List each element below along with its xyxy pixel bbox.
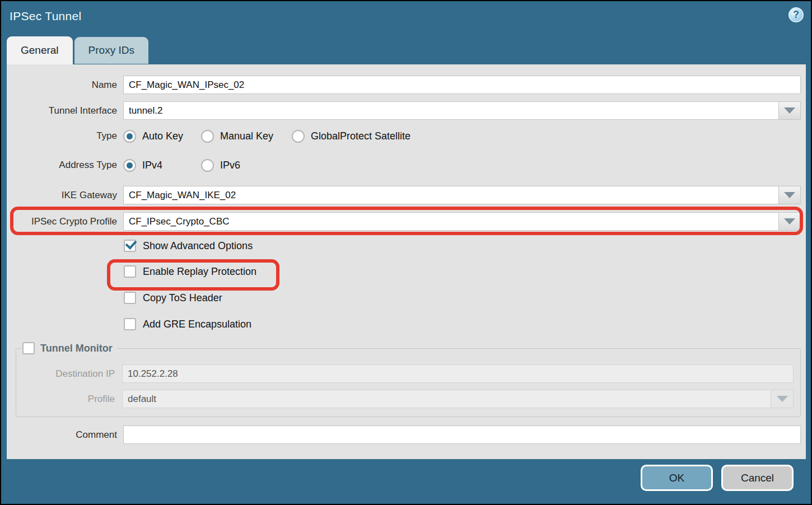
chevron-down-icon [784,107,795,114]
comment-row: Comment [7,425,801,444]
comment-label: Comment [7,429,117,441]
copy-tos-header-label: Copy ToS Header [143,292,222,304]
ipsec-crypto-profile-dropdown[interactable]: CF_IPsec_Crypto_CBC [123,212,801,231]
profile-row: Profile default [16,390,794,408]
name-label: Name [7,80,117,91]
tunnel-interface-label: Tunnel Interface [7,105,117,116]
dialog-footer: OK Cancel [1,457,811,504]
tunnel-monitor-checkbox-row[interactable]: Tunnel Monitor [21,342,117,354]
ike-gateway-dropdown[interactable]: CF_Magic_WAN_IKE_02 [123,186,801,204]
type-option-label: Auto Key [142,130,183,142]
name-input[interactable] [123,76,801,94]
address-type-label: Address Type [7,160,117,171]
radio-unselected-icon[interactable] [292,130,305,143]
tunnel-interface-dropdown[interactable]: tunnel.2 [123,101,801,120]
ike-gateway-dropdown-button[interactable] [778,186,801,204]
show-advanced-options-label: Show Advanced Options [143,240,253,252]
type-option-label: Manual Key [220,130,273,142]
tab-general[interactable]: General [7,36,73,64]
checkbox-checked-icon[interactable] [124,240,136,252]
address-type-option-label: IPv6 [220,160,240,171]
add-gre-encapsulation-label: Add GRE Encapsulation [143,319,251,330]
dialog-title: IPSec Tunnel [10,10,82,23]
radio-unselected-icon[interactable] [201,159,214,172]
name-row: Name [7,76,801,94]
general-tab-panel: Name Tunnel Interface tunnel.2 Type Auto… [7,64,806,459]
cancel-button[interactable]: Cancel [721,465,794,491]
profile-value: default [122,390,771,408]
tunnel-monitor-fieldset: Tunnel Monitor Destination IP 10.252.2.2… [16,348,801,417]
ike-gateway-value: CF_Magic_WAN_IKE_02 [123,186,778,204]
add-gre-encapsulation-checkbox-row[interactable]: Add GRE Encapsulation [124,318,251,330]
address-type-option-label: IPv4 [142,160,162,171]
ike-gateway-label: IKE Gateway [7,190,117,201]
chevron-down-icon [784,192,795,198]
type-option-auto-key[interactable]: Auto Key [123,130,201,143]
radio-selected-icon[interactable] [123,159,136,172]
show-advanced-options-checkbox-row[interactable]: Show Advanced Options [124,240,253,252]
type-label: Type [7,130,117,142]
tunnel-interface-value: tunnel.2 [123,101,778,120]
dialog-titlebar: IPSec Tunnel ? [1,1,811,36]
chevron-down-icon [784,218,795,225]
profile-label: Profile [16,394,115,405]
ipsec-crypto-profile-dropdown-button[interactable] [778,212,801,231]
address-type-option-ipv4[interactable]: IPv4 [123,159,201,172]
comment-input[interactable] [123,425,801,444]
checkbox-unchecked-icon[interactable] [22,342,35,354]
profile-dropdown: default [122,390,794,408]
enable-replay-protection-label: Enable Replay Protection [143,266,256,278]
enable-replay-protection-checkbox-row[interactable]: Enable Replay Protection [124,265,256,278]
type-row: Type Auto Key Manual Key GlobalProtect S… [7,129,410,143]
address-type-option-ipv6[interactable]: IPv6 [201,159,240,172]
tunnel-monitor-label: Tunnel Monitor [40,343,113,354]
help-icon[interactable]: ? [788,7,804,22]
checkbox-unchecked-icon[interactable] [124,265,136,278]
tunnel-interface-row: Tunnel Interface tunnel.2 [7,101,801,120]
copy-tos-header-checkbox-row[interactable]: Copy ToS Header [124,292,222,304]
profile-dropdown-button [771,390,794,408]
ipsec-crypto-profile-row: IPSec Crypto Profile CF_IPsec_Crypto_CBC [7,212,801,231]
tab-bar: General Proxy IDs [7,36,148,64]
tunnel-interface-dropdown-button[interactable] [778,101,801,120]
ok-button[interactable]: OK [641,465,713,491]
tab-proxy-ids[interactable]: Proxy IDs [74,37,148,64]
checkbox-unchecked-icon[interactable] [124,318,136,330]
ipsec-crypto-profile-label: IPSec Crypto Profile [7,216,117,227]
checkbox-unchecked-icon[interactable] [124,292,136,304]
type-option-label: GlobalProtect Satellite [311,130,410,142]
type-option-manual-key[interactable]: Manual Key [201,130,292,143]
address-type-row: Address Type IPv4 IPv6 [7,158,240,172]
radio-selected-icon[interactable] [123,130,136,143]
radio-unselected-icon[interactable] [201,130,214,143]
ipsec-tunnel-dialog: IPSec Tunnel ? General Proxy IDs Name Tu… [0,0,812,505]
chevron-down-icon [777,396,788,402]
destination-ip-input: 10.252.2.28 [122,364,794,383]
type-option-globalprotect-satellite[interactable]: GlobalProtect Satellite [292,130,410,143]
destination-ip-label: Destination IP [16,368,115,380]
destination-ip-row: Destination IP 10.252.2.28 [16,364,794,383]
ike-gateway-row: IKE Gateway CF_Magic_WAN_IKE_02 [7,186,801,204]
ipsec-crypto-profile-value: CF_IPsec_Crypto_CBC [123,212,778,231]
